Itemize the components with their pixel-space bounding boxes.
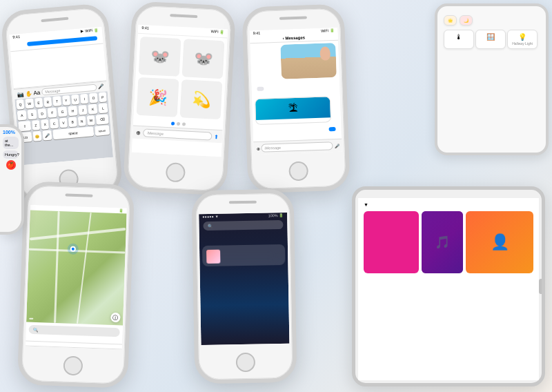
home-button-phone2[interactable] <box>166 162 186 182</box>
key-emoji[interactable]: 😊 <box>32 131 42 141</box>
home-button-phone5[interactable] <box>236 353 255 372</box>
key-k[interactable]: K <box>88 104 98 115</box>
up-next-card[interactable] <box>202 244 286 266</box>
lock-search-field[interactable]: 🔍 <box>203 220 283 231</box>
music-card-person[interactable]: 👤 <box>466 211 533 273</box>
keyboard[interactable]: Q W E R T Y U I O P A S D F G H <box>14 91 113 165</box>
my-new-music-mix-card[interactable] <box>364 211 419 273</box>
sticker-icon[interactable]: Aa <box>33 89 41 96</box>
key-i[interactable]: I <box>80 94 88 104</box>
key-e[interactable]: E <box>34 97 43 108</box>
apps-icon[interactable]: ⊕ <box>136 129 141 135</box>
key-y[interactable]: Y <box>62 95 70 106</box>
key-c[interactable]: C <box>50 119 59 129</box>
ipad-label: ▼ <box>364 202 368 207</box>
key-p[interactable]: P <box>99 92 107 102</box>
status-icons-p3: WiFi 🔋 <box>321 28 335 33</box>
message-input-p3[interactable]: iMessage <box>261 141 333 153</box>
phone3-screen: 9:41 WiFi 🔋 ‹ Messages <box>250 28 342 155</box>
key-l[interactable]: L <box>98 103 108 113</box>
go-message-container <box>253 124 341 137</box>
key-w[interactable]: W <box>26 99 34 109</box>
search-icon-maps: 🔍 <box>33 327 38 332</box>
apps-icon-p3[interactable]: ⊕ <box>256 146 259 150</box>
key-b[interactable]: B <box>68 117 77 127</box>
key-u[interactable]: U <box>71 95 79 105</box>
lock-screen: ●●●●● ▼ 100% 🔋 🔍 <box>199 213 289 345</box>
key-z[interactable]: Z <box>32 120 41 130</box>
sticker-mickey[interactable]: 🐭 <box>139 37 181 77</box>
key-delete[interactable]: ⌫ <box>96 114 109 124</box>
camera-icon[interactable]: 📷 <box>17 90 24 97</box>
accessory-shades[interactable]: 🪟 <box>475 30 506 49</box>
key-v[interactable]: V <box>59 117 68 128</box>
send-icon[interactable]: ⬆ <box>214 133 219 139</box>
sticker-minnie2[interactable]: 💫 <box>180 79 223 119</box>
audio-icon[interactable]: 🎤 <box>98 84 105 90</box>
go-bubble <box>328 127 335 131</box>
scene-goodnight[interactable]: 🌙 <box>460 15 473 26</box>
ipad-screen: ▼ 🎵 <box>358 198 539 380</box>
sticker-mickey2[interactable]: 🎉 <box>137 77 179 117</box>
sticker-grid: 🐭 🐭 🎉 💫 <box>133 34 227 123</box>
music-icon-overlay: 🎵 <box>422 211 463 273</box>
phone-messages-conversation: 9:41 WiFi 🔋 ‹ Messages <box>241 3 350 193</box>
key-space[interactable]: space <box>52 126 94 139</box>
temperature <box>29 318 33 320</box>
map-view[interactable]: ⓘ <box>26 210 127 326</box>
photo-message <box>280 43 337 79</box>
status-time-p2: 9:41 <box>141 26 149 30</box>
music-card-purple[interactable]: 🎵 <box>422 211 463 273</box>
trip-image: 🏝 <box>255 97 331 120</box>
sticker-minnie[interactable]: 🐭 <box>182 39 225 79</box>
key-m[interactable]: M <box>87 115 96 126</box>
key-a[interactable]: A <box>17 110 27 121</box>
key-return[interactable]: return <box>95 125 110 136</box>
phone1-screen: 9:41 ▶ WiFi 🔋 📷 ✋ Aa Message 🎤 <box>9 27 113 166</box>
trip-url <box>259 119 328 121</box>
key-t[interactable]: T <box>52 96 61 106</box>
key-n[interactable]: N <box>77 116 86 126</box>
key-x[interactable]: X <box>41 119 50 130</box>
status-signal: ●●●●● ▼ <box>202 215 219 219</box>
conversation-screen: 9:41 WiFi 🔋 ‹ Messages <box>250 28 342 155</box>
key-f[interactable]: F <box>48 108 57 118</box>
accessory-light[interactable]: 💡 Hallway Light <box>507 30 538 49</box>
home-button-phone3[interactable] <box>288 161 308 181</box>
key-g[interactable]: G <box>58 106 68 117</box>
road-h2 <box>29 248 126 254</box>
scenes-list: 🌟 🌙 <box>443 14 540 26</box>
dot-1 <box>176 122 179 126</box>
mic-icon-p3[interactable]: 🎤 <box>334 143 339 148</box>
back-icon[interactable]: ‹ <box>283 37 284 41</box>
key-h[interactable]: H <box>68 106 77 116</box>
messages-screen: 9:41 ▶ WiFi 🔋 📷 ✋ Aa Message 🎤 <box>9 27 113 166</box>
key-j[interactable]: J <box>78 105 88 115</box>
phone-partial-left: 100% at the... Hungry? 🍎 <box>0 124 24 235</box>
thinking-bubble <box>257 87 264 91</box>
trip-card[interactable]: 🏝 <box>255 96 331 125</box>
partial-msg1: at the... <box>3 137 19 149</box>
sticker-content: 9:41 WiFi 🔋 🐭 🐭 🎉 💫 ⊕ iMes <box>132 25 228 157</box>
info-button[interactable]: ⓘ <box>110 313 120 322</box>
key-r[interactable]: R <box>43 97 52 107</box>
partial-msg2: Hungry? <box>3 150 19 159</box>
key-d[interactable]: D <box>37 108 47 119</box>
favorite-scenes-section: 🌟 🌙 <box>443 14 540 26</box>
status-time-p3: 9:41 <box>253 31 261 35</box>
key-mic[interactable]: 🎤 <box>43 130 52 140</box>
dot-active <box>170 121 174 125</box>
key-o[interactable]: O <box>89 92 97 103</box>
key-q[interactable]: Q <box>16 99 24 110</box>
maps-search-bar[interactable]: 🔍 <box>28 325 119 337</box>
accessory-thermostat[interactable]: 🌡 <box>444 30 474 49</box>
home-button-phone4[interactable] <box>63 355 83 375</box>
phone2-screen: 9:41 WiFi 🔋 🐭 🐭 🎉 💫 ⊕ iMes <box>132 25 228 157</box>
status-time: 9:41 <box>12 35 20 39</box>
phone-lockscreen: ●●●●● ▼ 100% 🔋 🔍 <box>192 189 297 384</box>
touch-icon[interactable]: ✋ <box>25 90 32 97</box>
status-battery-p5: 100% 🔋 <box>268 213 284 217</box>
ipad-home-button[interactable] <box>539 279 543 294</box>
scene-home[interactable]: 🌟 <box>444 15 457 26</box>
key-s[interactable]: S <box>27 109 37 119</box>
